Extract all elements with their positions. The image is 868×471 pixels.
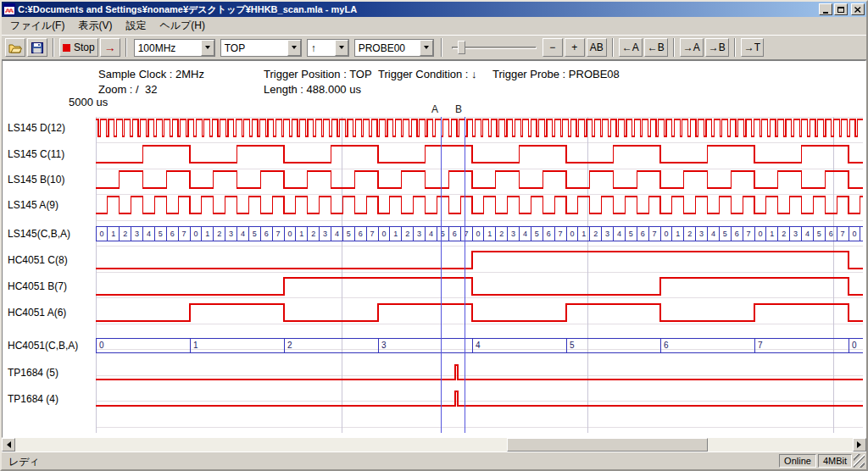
menu-help[interactable]: ヘルプ(H) [153, 17, 212, 35]
zoom-in-button[interactable]: + [565, 38, 585, 57]
channel-label: LS145 D(12) [8, 122, 65, 134]
svg-text:6: 6 [735, 230, 739, 238]
svg-text:0: 0 [758, 230, 762, 238]
waveform-display[interactable]: 0123456701234567012345670123456701234567… [96, 103, 863, 433]
svg-text:5: 5 [723, 230, 727, 238]
trigger-position-info: Trigger Position : TOP [264, 68, 372, 80]
close-icon [854, 7, 861, 13]
svg-text:4: 4 [711, 230, 715, 238]
svg-text:4: 4 [147, 230, 151, 238]
svg-text:4: 4 [476, 341, 481, 350]
channel-label: HC4051 C(8) [8, 254, 68, 266]
svg-text:4: 4 [335, 230, 339, 238]
svg-text:3: 3 [417, 230, 421, 238]
cursor-ab-button[interactable]: AB [587, 38, 607, 57]
svg-text:1: 1 [770, 230, 774, 238]
chevron-down-icon [205, 46, 210, 52]
trigger-condition-info: Trigger Condition : ↓ [378, 68, 477, 80]
stop-button[interactable]: Stop [59, 38, 98, 57]
menu-bar: ファイル(F) 表示(V) 設定 ヘルプ(H) [2, 17, 866, 35]
trigger-edge-select[interactable]: ↑ [307, 39, 349, 57]
status-text: レディ [3, 454, 777, 468]
sample-clock-info: Sample Clock : 2MHz [98, 68, 204, 80]
menu-view[interactable]: 表示(V) [71, 17, 119, 35]
svg-text:5: 5 [570, 341, 575, 350]
status-bar: レディ Online 4MBit [2, 452, 866, 469]
goto-cursor-b-left-button[interactable]: ←B [644, 38, 668, 57]
svg-text:2: 2 [311, 230, 315, 238]
svg-text:3: 3 [605, 230, 609, 238]
menu-settings[interactable]: 設定 [119, 17, 153, 35]
menu-file[interactable]: ファイル(F) [3, 17, 71, 35]
svg-text:7: 7 [747, 230, 751, 238]
svg-text:1: 1 [205, 230, 209, 238]
arrow-right-icon [857, 441, 865, 448]
zoom-out-button[interactable]: − [542, 38, 563, 57]
goto-trigger-button[interactable]: →T [741, 38, 764, 57]
svg-text:2: 2 [782, 230, 786, 238]
svg-text:2: 2 [405, 230, 409, 238]
scroll-right-button[interactable] [853, 438, 866, 452]
title-bar[interactable]: C:¥Documents and Settings¥noname¥デスクトップ¥… [2, 2, 866, 17]
toolbar-separator [612, 38, 614, 57]
app-window: C:¥Documents and Settings¥noname¥デスクトップ¥… [0, 0, 868, 471]
goto-cursor-a-right-button[interactable]: →A [680, 38, 704, 57]
svg-text:2: 2 [499, 230, 504, 238]
zoom-slider-thumb[interactable] [458, 41, 465, 54]
svg-text:5: 5 [535, 230, 539, 238]
trigger-probe-value: PROBE00 [355, 40, 420, 56]
sample-clock-dropdown-button[interactable] [201, 40, 214, 56]
trigger-probe-select[interactable]: PROBE00 [354, 39, 434, 57]
zoom-slider[interactable] [450, 38, 538, 57]
svg-text:1: 1 [299, 230, 303, 238]
minimize-button[interactable] [819, 3, 832, 15]
close-button[interactable] [851, 3, 865, 15]
svg-text:6: 6 [641, 230, 645, 238]
chevron-down-icon [339, 46, 344, 52]
svg-text:2: 2 [687, 230, 692, 238]
channel-label: TP1684 (5) [8, 367, 58, 379]
svg-text:0: 0 [664, 230, 668, 238]
trigger-edge-dropdown-button[interactable] [335, 40, 348, 56]
open-button[interactable] [5, 38, 25, 57]
run-arrow-icon: → [104, 41, 116, 54]
svg-text:3: 3 [793, 230, 798, 238]
svg-text:3: 3 [381, 341, 387, 350]
horizontal-scrollbar[interactable] [2, 438, 866, 452]
svg-text:0: 0 [193, 230, 198, 238]
svg-text:0: 0 [287, 230, 292, 238]
goto-cursor-b-right-button[interactable]: →B [705, 38, 729, 57]
svg-text:4: 4 [241, 230, 245, 238]
svg-text:3: 3 [229, 230, 233, 238]
scrollbar-thumb[interactable] [507, 438, 708, 452]
toolbar-separator [734, 38, 736, 57]
svg-text:1: 1 [393, 230, 398, 238]
maximize-button[interactable] [834, 3, 848, 15]
trigger-edge-value: ↑ [308, 40, 335, 56]
trigger-position-dropdown-button[interactable] [287, 40, 301, 56]
chevron-down-icon [292, 46, 297, 52]
length-info: Length : 488.000 us [264, 83, 361, 96]
svg-text:7: 7 [276, 230, 281, 238]
svg-text:0: 0 [570, 230, 574, 238]
svg-text:3: 3 [511, 230, 515, 238]
svg-text:5: 5 [159, 230, 163, 238]
trigger-probe-dropdown-button[interactable] [420, 40, 433, 56]
toolbar: Stop → 100MHz TOP ↑ PROBE00 − + AB [2, 35, 866, 60]
folder-open-icon [8, 42, 22, 53]
save-button[interactable] [27, 38, 47, 57]
svg-text:5: 5 [441, 230, 445, 238]
scroll-left-button[interactable] [2, 438, 15, 452]
window-title: C:¥Documents and Settings¥noname¥デスクトップ¥… [18, 3, 815, 16]
minimize-icon [823, 12, 828, 14]
trigger-position-select[interactable]: TOP [220, 39, 302, 57]
run-button[interactable]: → [100, 38, 120, 57]
channel-label: HC4051(C,B,A) [8, 340, 78, 352]
svg-text:A: A [431, 103, 438, 115]
resize-grip[interactable] [854, 454, 865, 468]
sample-clock-select[interactable]: 100MHz [134, 39, 215, 57]
svg-text:7: 7 [182, 230, 186, 238]
toolbar-separator [441, 38, 442, 57]
svg-text:1: 1 [193, 341, 198, 350]
goto-cursor-a-left-button[interactable]: ←A [619, 38, 643, 57]
